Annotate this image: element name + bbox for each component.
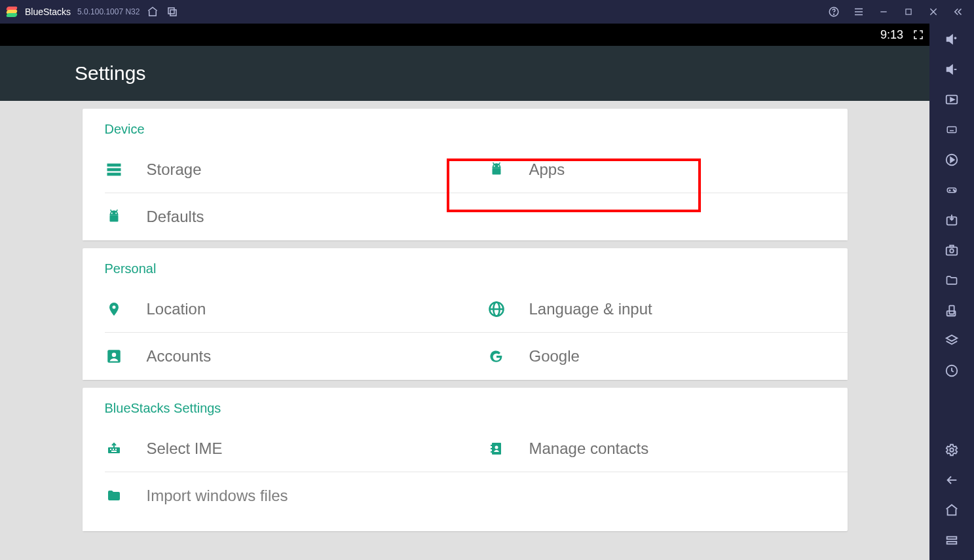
svg-rect-8 (906, 9, 911, 14)
svg-rect-30 (108, 447, 120, 453)
svg-rect-71 (947, 537, 957, 540)
google-icon (487, 347, 506, 365)
svg-rect-1 (170, 10, 176, 16)
svg-rect-14 (492, 168, 500, 175)
layers-icon[interactable] (944, 333, 960, 348)
contacts-icon (487, 439, 506, 458)
minimize-icon[interactable] (877, 5, 890, 18)
gamepad-icon[interactable] (944, 182, 960, 198)
app-version: 5.0.100.1007 N32 (77, 7, 140, 16)
recents-icon[interactable] (944, 532, 960, 548)
svg-point-24 (112, 306, 115, 309)
svg-rect-19 (109, 215, 118, 222)
svg-rect-65 (949, 306, 954, 314)
settings-item-label: Import windows files (147, 487, 288, 505)
svg-marker-41 (947, 35, 952, 44)
svg-point-29 (111, 353, 116, 358)
svg-rect-12 (107, 168, 121, 172)
svg-line-23 (116, 210, 117, 212)
svg-rect-64 (950, 246, 954, 248)
location-icon (105, 300, 123, 318)
settings-item-empty (465, 193, 848, 240)
svg-rect-35 (111, 451, 117, 452)
close-icon[interactable] (927, 5, 940, 18)
svg-rect-48 (947, 127, 956, 133)
svg-marker-44 (947, 65, 952, 74)
expand-sidebar-icon[interactable] (952, 5, 965, 18)
settings-item-label: Storage (147, 160, 202, 179)
settings-item-label: Language & input (529, 300, 652, 318)
account-icon (105, 347, 123, 365)
record-icon[interactable] (944, 152, 960, 168)
storage-icon (105, 160, 123, 179)
svg-line-17 (493, 162, 494, 164)
app-brand: BlueStacks (25, 7, 71, 17)
svg-line-22 (110, 210, 111, 212)
volume-down-icon[interactable] (944, 62, 960, 77)
volume-up-icon[interactable] (944, 31, 960, 47)
svg-marker-47 (950, 98, 954, 102)
android-icon (487, 160, 506, 179)
keyboard-icon[interactable] (944, 122, 960, 138)
section-title-personal: Personal (83, 261, 848, 286)
settings-item-label: Accounts (147, 347, 212, 365)
window-titlebar: BlueStacks 5.0.100.1007 N32 (0, 0, 974, 24)
section-device: Device Storage (83, 109, 848, 240)
svg-point-20 (111, 213, 112, 214)
settings-item-label: Select IME (147, 439, 223, 458)
settings-item-language[interactable]: Language & input (465, 286, 848, 333)
globe-icon (487, 300, 506, 318)
svg-marker-54 (950, 157, 954, 162)
svg-rect-39 (491, 448, 492, 449)
fullscreen-icon[interactable] (912, 29, 924, 41)
screenshot-icon[interactable] (944, 242, 960, 258)
svg-rect-33 (113, 449, 114, 450)
settings-item-label: Location (147, 300, 206, 318)
page-title: Settings (75, 62, 145, 84)
bluestacks-logo-icon (5, 5, 18, 18)
settings-item-storage[interactable]: Storage (83, 146, 465, 193)
svg-point-16 (498, 166, 499, 167)
home-icon[interactable] (146, 5, 159, 18)
rotate-icon[interactable] (944, 303, 960, 318)
svg-point-3 (834, 14, 834, 14)
status-time: 9:13 (880, 28, 903, 42)
svg-rect-40 (491, 451, 492, 453)
svg-line-18 (498, 162, 500, 164)
clock-icon[interactable] (944, 363, 960, 379)
menu-icon[interactable] (852, 5, 865, 18)
multi-instance-icon[interactable] (166, 5, 179, 18)
settings-item-location[interactable]: Location (83, 286, 465, 333)
settings-item-label: Defaults (147, 208, 204, 226)
svg-point-63 (950, 249, 954, 253)
section-title-bluestacks: BlueStacks Settings (83, 401, 848, 425)
settings-content[interactable]: Device Storage (0, 101, 929, 560)
settings-item-apps[interactable]: Apps (465, 146, 848, 193)
settings-item-label: Google (529, 347, 580, 365)
settings-item-accounts[interactable]: Accounts (83, 333, 465, 380)
section-bluestacks: BlueStacks Settings Select IME (83, 388, 848, 531)
svg-rect-38 (491, 445, 492, 446)
maximize-icon[interactable] (902, 5, 915, 18)
help-icon[interactable] (827, 5, 840, 18)
settings-item-ime[interactable]: Select IME (83, 425, 465, 472)
android-area: Settings Device Storage (0, 46, 929, 560)
home-icon[interactable] (944, 502, 960, 518)
folder-icon[interactable] (944, 272, 960, 288)
svg-rect-11 (107, 164, 121, 167)
svg-point-15 (493, 166, 495, 167)
section-title-device: Device (83, 122, 848, 146)
back-icon[interactable] (944, 472, 960, 488)
settings-item-label: Apps (529, 160, 565, 179)
settings-header: Settings (0, 46, 929, 101)
media-icon[interactable] (944, 92, 960, 107)
svg-point-59 (954, 191, 956, 192)
settings-item-import[interactable]: Import windows files (83, 472, 465, 531)
settings-item-google[interactable]: Google (465, 333, 848, 380)
folder-icon (105, 487, 123, 505)
gear-icon[interactable] (944, 442, 960, 458)
settings-item-label: Manage contacts (529, 439, 649, 458)
settings-item-contacts[interactable]: Manage contacts (465, 425, 848, 472)
settings-item-defaults[interactable]: Defaults (83, 193, 465, 240)
install-apk-icon[interactable] (944, 212, 960, 228)
